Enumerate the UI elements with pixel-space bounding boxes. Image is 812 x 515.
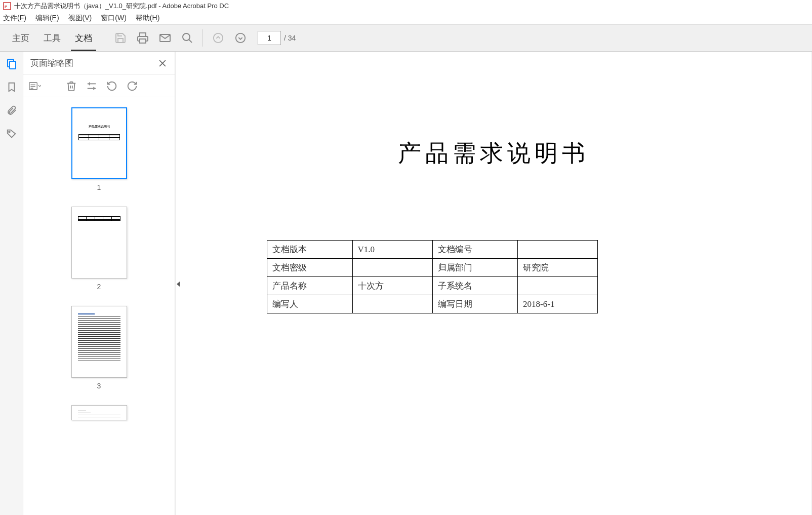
svg-rect-9	[10, 61, 16, 69]
rotate-cw-icon[interactable]	[126, 80, 139, 93]
document-viewer[interactable]: 产品需求说明书 文档版本 V1.0 文档编号 文档密级 归属部门 研究院 产品名…	[175, 52, 812, 515]
page-down-icon[interactable]	[233, 31, 248, 45]
rotate-ccw-icon[interactable]	[105, 80, 118, 93]
cell-author-value	[352, 295, 432, 313]
thumbnail-item[interactable]: 2	[23, 207, 175, 291]
thumbnail-page-3[interactable]	[71, 306, 127, 378]
page-number-input[interactable]	[258, 31, 281, 45]
menu-edit[interactable]: 编辑(E)	[35, 14, 59, 23]
thumbnail-panel-title: 页面缩略图	[30, 57, 73, 69]
thumbnail-item[interactable]: 产品需求说明书 1	[23, 107, 175, 191]
thumbnail-panel: 页面缩略图	[23, 52, 175, 515]
crop-icon[interactable]	[85, 80, 98, 93]
cell-product-label: 产品名称	[267, 277, 353, 295]
cell-secrecy-value	[352, 259, 432, 277]
menu-window[interactable]: 窗口(W)	[101, 14, 127, 23]
collapse-panel-handle[interactable]	[175, 274, 182, 294]
left-icon-rail	[0, 52, 23, 515]
thumbnail-number: 2	[97, 283, 101, 291]
cell-doc-number-value	[518, 241, 598, 259]
svg-point-7	[236, 33, 245, 43]
toolbar: 主页 工具 文档 / 34	[0, 24, 812, 52]
delete-icon[interactable]	[65, 80, 78, 93]
cell-doc-number-label: 文档编号	[432, 241, 518, 259]
svg-marker-19	[177, 282, 180, 287]
window-title: 十次方产品需求说明书（java）_V1.0_研究院.pdf - Adobe Ac…	[14, 2, 229, 11]
document-title: 产品需求说明书	[267, 138, 720, 169]
document-info-table: 文档版本 V1.0 文档编号 文档密级 归属部门 研究院 产品名称 十次方 子系…	[267, 240, 598, 313]
page-up-icon[interactable]	[211, 31, 225, 45]
menu-view[interactable]: 视图(V)	[68, 14, 92, 23]
svg-point-4	[183, 33, 190, 41]
mail-icon[interactable]	[158, 31, 172, 45]
cell-subsystem-label: 子系统名	[432, 277, 518, 295]
menu-help[interactable]: 帮助(H)	[136, 14, 159, 23]
bookmark-rail-icon[interactable]	[5, 80, 19, 94]
cell-author-label: 编写人	[267, 295, 353, 313]
thumbnail-list[interactable]: 产品需求说明书 1	[23, 97, 175, 515]
thumb-mini-title: 产品需求说明书	[75, 125, 123, 129]
svg-point-6	[214, 33, 223, 43]
thumbnail-item[interactable]: 3	[23, 306, 175, 390]
cell-department-value: 研究院	[518, 259, 598, 277]
cell-department-label: 归属部门	[432, 259, 518, 277]
svg-rect-2	[140, 39, 146, 43]
thumbnails-rail-icon[interactable]	[5, 57, 19, 71]
tab-home[interactable]: 主页	[5, 25, 36, 51]
thumbnail-panel-header: 页面缩略图	[23, 52, 175, 75]
thumbnail-number: 1	[97, 183, 101, 191]
cell-doc-version-value: V1.0	[352, 241, 432, 259]
thumb-options-icon[interactable]	[28, 80, 42, 93]
cell-date-value: 2018-6-1	[518, 295, 598, 313]
thumbnail-item[interactable]	[23, 405, 175, 420]
cell-date-label: 编写日期	[432, 295, 518, 313]
svg-text:P: P	[5, 5, 8, 9]
titlebar: P 十次方产品需求说明书（java）_V1.0_研究院.pdf - Adobe …	[0, 0, 812, 12]
cell-doc-version-label: 文档版本	[267, 241, 353, 259]
cell-product-value: 十次方	[352, 277, 432, 295]
search-icon[interactable]	[180, 31, 194, 45]
main-area: 页面缩略图	[0, 52, 812, 515]
print-icon[interactable]	[136, 31, 150, 45]
tag-rail-icon[interactable]	[5, 127, 19, 141]
thumbnail-number: 3	[97, 382, 101, 390]
close-panel-icon[interactable]	[157, 58, 168, 68]
svg-point-10	[9, 131, 10, 133]
menu-file[interactable]: 文件(F)	[3, 14, 26, 23]
tab-tools[interactable]: 工具	[36, 25, 68, 51]
thumbnail-page-4[interactable]	[71, 405, 127, 420]
save-icon[interactable]	[113, 31, 128, 45]
thumbnail-page-2[interactable]	[71, 207, 127, 279]
page-total-label: / 34	[284, 34, 296, 42]
page-canvas: 产品需求说明书 文档版本 V1.0 文档编号 文档密级 归属部门 研究院 产品名…	[176, 52, 811, 515]
tab-document[interactable]: 文档	[68, 25, 99, 51]
cell-subsystem-value	[518, 277, 598, 295]
thumbnail-page-1[interactable]: 产品需求说明书	[71, 107, 127, 179]
pdf-file-icon: P	[3, 2, 11, 10]
svg-line-5	[189, 39, 192, 43]
thumbnail-tools	[23, 75, 175, 97]
menubar: 文件(F) 编辑(E) 视图(V) 窗口(W) 帮助(H)	[0, 12, 812, 24]
attachment-rail-icon[interactable]	[5, 103, 19, 117]
cell-secrecy-label: 文档密级	[267, 259, 353, 277]
